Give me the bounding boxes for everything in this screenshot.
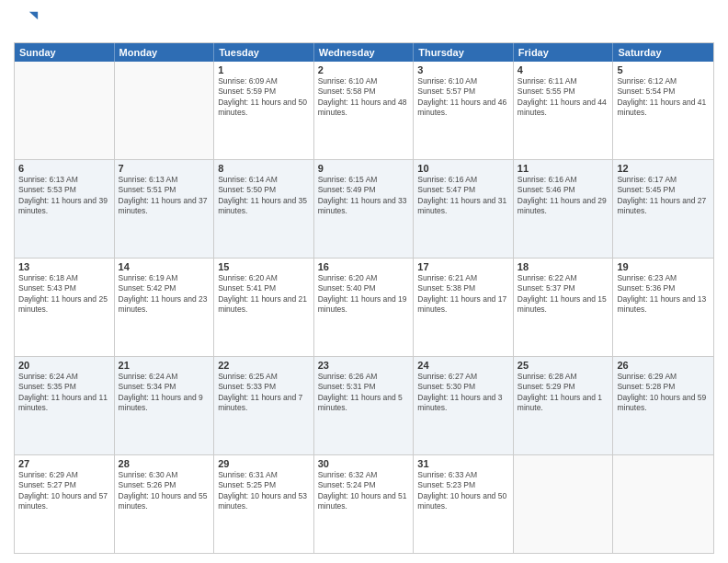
day-cell-24: 24Sunrise: 6:27 AM Sunset: 5:30 PM Dayli… [414, 357, 514, 454]
day-number: 18 [518, 261, 609, 272]
day-number: 10 [417, 163, 509, 174]
day-cell-25: 25Sunrise: 6:28 AM Sunset: 5:29 PM Dayli… [514, 357, 614, 454]
day-detail: Sunrise: 6:10 AM Sunset: 5:58 PM Dayligh… [318, 76, 410, 119]
calendar-body: 1Sunrise: 6:09 AM Sunset: 5:59 PM Daylig… [15, 62, 713, 553]
day-number: 27 [18, 458, 110, 469]
empty-cell-4-6 [613, 455, 713, 553]
day-cell-27: 27Sunrise: 6:29 AM Sunset: 5:27 PM Dayli… [15, 455, 115, 553]
day-detail: Sunrise: 6:25 AM Sunset: 5:33 PM Dayligh… [218, 372, 310, 414]
day-number: 28 [119, 458, 210, 469]
day-number: 13 [18, 261, 110, 272]
day-number: 29 [218, 458, 310, 469]
logo [14, 9, 43, 35]
day-cell-13: 13Sunrise: 6:18 AM Sunset: 5:43 PM Dayli… [15, 259, 115, 356]
day-cell-28: 28Sunrise: 6:30 AM Sunset: 5:26 PM Dayli… [115, 455, 215, 553]
calendar-row-2: 13Sunrise: 6:18 AM Sunset: 5:43 PM Dayli… [15, 259, 713, 357]
day-cell-31: 31Sunrise: 6:33 AM Sunset: 5:23 PM Dayli… [414, 455, 514, 553]
col-header-monday: Monday [115, 43, 215, 62]
day-number: 20 [18, 360, 110, 371]
day-cell-3: 3Sunrise: 6:10 AM Sunset: 5:57 PM Daylig… [414, 62, 514, 159]
col-header-friday: Friday [514, 43, 614, 62]
day-detail: Sunrise: 6:33 AM Sunset: 5:23 PM Dayligh… [417, 470, 509, 512]
day-number: 31 [417, 458, 509, 469]
day-number: 26 [617, 360, 710, 371]
day-detail: Sunrise: 6:18 AM Sunset: 5:43 PM Dayligh… [18, 273, 110, 316]
calendar: SundayMondayTuesdayWednesdayThursdayFrid… [14, 42, 714, 554]
day-detail: Sunrise: 6:14 AM Sunset: 5:50 PM Dayligh… [218, 175, 310, 217]
calendar-header-row: SundayMondayTuesdayWednesdayThursdayFrid… [15, 43, 713, 62]
header [14, 9, 714, 35]
day-detail: Sunrise: 6:30 AM Sunset: 5:26 PM Dayligh… [119, 470, 210, 512]
day-number: 2 [318, 64, 410, 75]
day-cell-17: 17Sunrise: 6:21 AM Sunset: 5:38 PM Dayli… [414, 259, 514, 356]
calendar-row-3: 20Sunrise: 6:24 AM Sunset: 5:35 PM Dayli… [15, 357, 713, 455]
day-cell-10: 10Sunrise: 6:16 AM Sunset: 5:47 PM Dayli… [414, 160, 514, 258]
day-number: 1 [218, 64, 310, 75]
page: SundayMondayTuesdayWednesdayThursdayFrid… [0, 0, 728, 563]
day-detail: Sunrise: 6:12 AM Sunset: 5:54 PM Dayligh… [617, 76, 710, 119]
day-cell-9: 9Sunrise: 6:15 AM Sunset: 5:49 PM Daylig… [314, 160, 415, 258]
day-detail: Sunrise: 6:11 AM Sunset: 5:55 PM Dayligh… [518, 76, 609, 119]
day-cell-11: 11Sunrise: 6:16 AM Sunset: 5:46 PM Dayli… [514, 160, 614, 258]
day-detail: Sunrise: 6:29 AM Sunset: 5:28 PM Dayligh… [617, 372, 710, 414]
day-detail: Sunrise: 6:26 AM Sunset: 5:31 PM Dayligh… [318, 372, 410, 414]
day-cell-12: 12Sunrise: 6:17 AM Sunset: 5:45 PM Dayli… [613, 160, 713, 258]
day-detail: Sunrise: 6:27 AM Sunset: 5:30 PM Dayligh… [417, 372, 509, 414]
day-cell-1: 1Sunrise: 6:09 AM Sunset: 5:59 PM Daylig… [214, 62, 314, 159]
day-number: 22 [218, 360, 310, 371]
day-number: 12 [617, 163, 710, 174]
day-number: 7 [119, 163, 210, 174]
day-detail: Sunrise: 6:19 AM Sunset: 5:42 PM Dayligh… [119, 273, 210, 316]
day-number: 21 [119, 360, 210, 371]
day-detail: Sunrise: 6:15 AM Sunset: 5:49 PM Dayligh… [318, 175, 410, 217]
day-number: 23 [318, 360, 410, 371]
day-detail: Sunrise: 6:24 AM Sunset: 5:35 PM Dayligh… [18, 372, 110, 414]
day-cell-7: 7Sunrise: 6:13 AM Sunset: 5:51 PM Daylig… [115, 160, 215, 258]
day-cell-19: 19Sunrise: 6:23 AM Sunset: 5:36 PM Dayli… [613, 259, 713, 356]
logo-icon [14, 9, 40, 35]
day-cell-5: 5Sunrise: 6:12 AM Sunset: 5:54 PM Daylig… [613, 62, 713, 159]
day-detail: Sunrise: 6:10 AM Sunset: 5:57 PM Dayligh… [417, 76, 509, 119]
calendar-row-1: 6Sunrise: 6:13 AM Sunset: 5:53 PM Daylig… [15, 160, 713, 259]
day-number: 24 [417, 360, 509, 371]
day-number: 3 [417, 64, 509, 75]
empty-cell-0-0 [15, 62, 115, 159]
day-number: 8 [218, 163, 310, 174]
day-number: 16 [318, 261, 410, 272]
day-cell-16: 16Sunrise: 6:20 AM Sunset: 5:40 PM Dayli… [314, 259, 415, 356]
day-detail: Sunrise: 6:21 AM Sunset: 5:38 PM Dayligh… [417, 273, 509, 316]
day-number: 25 [518, 360, 609, 371]
day-number: 17 [417, 261, 509, 272]
day-detail: Sunrise: 6:28 AM Sunset: 5:29 PM Dayligh… [518, 372, 609, 414]
day-cell-15: 15Sunrise: 6:20 AM Sunset: 5:41 PM Dayli… [214, 259, 314, 356]
day-number: 4 [518, 64, 609, 75]
empty-cell-4-5 [514, 455, 614, 553]
calendar-row-0: 1Sunrise: 6:09 AM Sunset: 5:59 PM Daylig… [15, 62, 713, 160]
svg-marker-1 [29, 12, 38, 19]
day-number: 30 [318, 458, 410, 469]
day-detail: Sunrise: 6:20 AM Sunset: 5:40 PM Dayligh… [318, 273, 410, 316]
day-cell-6: 6Sunrise: 6:13 AM Sunset: 5:53 PM Daylig… [15, 160, 115, 258]
day-detail: Sunrise: 6:29 AM Sunset: 5:27 PM Dayligh… [18, 470, 110, 512]
day-detail: Sunrise: 6:13 AM Sunset: 5:53 PM Dayligh… [18, 175, 110, 217]
day-detail: Sunrise: 6:24 AM Sunset: 5:34 PM Dayligh… [119, 372, 210, 414]
col-header-wednesday: Wednesday [314, 43, 415, 62]
day-cell-30: 30Sunrise: 6:32 AM Sunset: 5:24 PM Dayli… [314, 455, 415, 553]
day-cell-22: 22Sunrise: 6:25 AM Sunset: 5:33 PM Dayli… [214, 357, 314, 454]
day-cell-18: 18Sunrise: 6:22 AM Sunset: 5:37 PM Dayli… [514, 259, 614, 356]
day-cell-14: 14Sunrise: 6:19 AM Sunset: 5:42 PM Dayli… [115, 259, 215, 356]
day-cell-26: 26Sunrise: 6:29 AM Sunset: 5:28 PM Dayli… [613, 357, 713, 454]
day-number: 6 [18, 163, 110, 174]
day-cell-2: 2Sunrise: 6:10 AM Sunset: 5:58 PM Daylig… [314, 62, 415, 159]
day-detail: Sunrise: 6:13 AM Sunset: 5:51 PM Dayligh… [119, 175, 210, 217]
col-header-tuesday: Tuesday [214, 43, 314, 62]
calendar-row-4: 27Sunrise: 6:29 AM Sunset: 5:27 PM Dayli… [15, 455, 713, 553]
day-number: 15 [218, 261, 310, 272]
day-detail: Sunrise: 6:09 AM Sunset: 5:59 PM Dayligh… [218, 76, 310, 119]
day-detail: Sunrise: 6:17 AM Sunset: 5:45 PM Dayligh… [617, 175, 710, 217]
day-detail: Sunrise: 6:16 AM Sunset: 5:46 PM Dayligh… [518, 175, 609, 217]
day-number: 19 [617, 261, 710, 272]
col-header-saturday: Saturday [613, 43, 713, 62]
day-number: 11 [518, 163, 609, 174]
day-detail: Sunrise: 6:32 AM Sunset: 5:24 PM Dayligh… [318, 470, 410, 512]
